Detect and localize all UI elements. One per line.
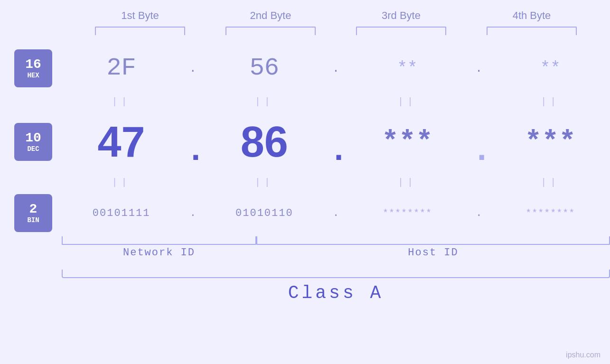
dec-b1-cell: 47 xyxy=(62,121,181,163)
eq2-row: || || || || xyxy=(62,173,610,192)
dec-dot3-char: . xyxy=(472,116,486,168)
eq1-row: || || || || xyxy=(62,92,610,111)
dec-dot3: . xyxy=(467,116,491,168)
bin-dot2: . xyxy=(324,207,348,219)
bin-badge-label: BIN xyxy=(27,216,39,224)
dec-b3-cell: *** xyxy=(348,126,467,158)
host-bottom-bracket xyxy=(256,236,610,245)
bin-dot1: . xyxy=(181,207,205,219)
bin-b1-value: 00101111 xyxy=(93,207,150,219)
byte3-header: 3rd Byte xyxy=(349,9,453,22)
hex-b3-cell: ** xyxy=(348,59,467,78)
bin-dot3: . xyxy=(467,207,491,219)
hex-b3-value: ** xyxy=(397,59,418,78)
bin-badge-col: 2 BIN xyxy=(0,194,62,232)
bin-b2-cell: 01010110 xyxy=(205,207,324,219)
dec-b4-value: *** xyxy=(525,126,576,158)
hex-dot2-char: . xyxy=(329,62,343,75)
hex-b4-cell: ** xyxy=(491,59,610,78)
eq1-row-wrapper: || || || || xyxy=(0,92,610,111)
bin-b4-value: ******** xyxy=(526,208,575,219)
top-brackets xyxy=(75,27,597,35)
dec-row-wrapper: 10 DEC 47 . 86 . *** xyxy=(0,111,610,173)
bin-dot3-char: . xyxy=(472,207,486,219)
bin-b1-cell: 00101111 xyxy=(62,207,181,219)
eq2-b1: || xyxy=(62,177,181,188)
bin-b3-cell: ******** xyxy=(348,208,467,219)
hex-badge-col: 16 HEX xyxy=(0,49,62,87)
eq2-row-wrapper: || || || || xyxy=(0,173,610,192)
eq2-b4: || xyxy=(491,177,610,188)
dec-badge: 10 DEC xyxy=(14,123,52,161)
network-id-label: Network ID xyxy=(62,247,256,259)
host-id-label: Host ID xyxy=(256,247,610,259)
dec-dot2: . xyxy=(324,116,348,168)
byte1-header: 1st Byte xyxy=(88,9,192,22)
eq1-b4: || xyxy=(491,96,610,107)
eq1-data-col: || || || || xyxy=(62,92,610,111)
byte2-header: 2nd Byte xyxy=(218,9,323,22)
bracket-b4 xyxy=(487,27,577,35)
bin-b4-cell: ******** xyxy=(491,208,610,219)
hex-b1-cell: 2F xyxy=(62,56,181,81)
class-label: Class A xyxy=(62,283,610,303)
hex-row-wrapper: 16 HEX 2F . 56 . ** xyxy=(0,45,610,92)
hex-badge-label: HEX xyxy=(27,72,39,79)
dec-dot2-char: . xyxy=(329,116,343,168)
dec-badge-col: 10 DEC xyxy=(0,123,62,161)
eq2-b3: || xyxy=(348,177,467,188)
eq1-b2: || xyxy=(205,96,324,107)
eq1-b3: || xyxy=(348,96,467,107)
dec-badge-label: DEC xyxy=(27,145,39,153)
class-section: Class A xyxy=(62,270,610,303)
bin-badge: 2 BIN xyxy=(14,194,52,232)
main-container: 1st Byte 2nd Byte 3rd Byte 4th Byte 16 H… xyxy=(0,0,610,364)
bin-b2-value: 01010110 xyxy=(235,207,293,219)
class-bracket xyxy=(62,270,610,278)
bin-dot1-char: . xyxy=(186,207,200,219)
hex-badge: 16 HEX xyxy=(14,49,52,87)
bin-row-wrapper: 2 BIN 00101111 . 01010110 . ******** xyxy=(0,192,610,234)
hex-b2-value: 56 xyxy=(250,56,279,81)
bin-badge-num: 2 xyxy=(29,202,38,217)
eq2-data-col: || || || || xyxy=(62,173,610,192)
dec-b3-value: *** xyxy=(382,126,433,158)
hex-dot3: . xyxy=(467,62,491,75)
hex-dot3-char: . xyxy=(472,62,486,75)
bin-data-col: 00101111 . 01010110 . ******** . xyxy=(62,192,610,234)
bracket-b2 xyxy=(225,27,316,35)
network-bottom-bracket xyxy=(62,236,256,245)
hex-dot1: . xyxy=(181,62,205,75)
dec-b1-value: 47 xyxy=(98,121,145,163)
dec-b2-value: 86 xyxy=(241,121,288,163)
eq1-b1: || xyxy=(62,96,181,107)
hex-b1-value: 2F xyxy=(106,56,136,81)
hex-badge-num: 16 xyxy=(25,57,41,72)
dec-data-col: 47 . 86 . *** . *** xyxy=(62,111,610,173)
bin-row-inner: 00101111 . 01010110 . ******** . xyxy=(62,192,610,234)
bracket-b3 xyxy=(356,27,446,35)
hex-dot1-char: . xyxy=(186,62,200,75)
hex-dot2: . xyxy=(324,62,348,75)
watermark: ipshu.com xyxy=(566,351,601,359)
dec-dot1: . xyxy=(181,116,205,168)
hex-b2-cell: 56 xyxy=(205,56,324,81)
dec-row-inner: 47 . 86 . *** . *** xyxy=(62,111,610,173)
dec-b2-cell: 86 xyxy=(205,121,324,163)
bracket-b1 xyxy=(95,27,185,35)
bin-b3-value: ******** xyxy=(383,208,432,219)
hex-data-col: 2F . 56 . ** . ** xyxy=(62,45,610,92)
byte-headers: 1st Byte 2nd Byte 3rd Byte 4th Byte xyxy=(75,9,597,22)
eq2-b2: || xyxy=(205,177,324,188)
hex-row-inner: 2F . 56 . ** . ** xyxy=(62,45,610,92)
dec-badge-num: 10 xyxy=(25,131,41,146)
dec-dot1-char: . xyxy=(186,116,200,168)
bottom-bracket-container: Network ID Host ID xyxy=(62,236,610,260)
hex-b4-value: ** xyxy=(540,59,561,78)
bin-dot2-char: . xyxy=(329,207,343,219)
dec-b4-cell: *** xyxy=(491,126,610,158)
byte4-header: 4th Byte xyxy=(479,9,584,22)
